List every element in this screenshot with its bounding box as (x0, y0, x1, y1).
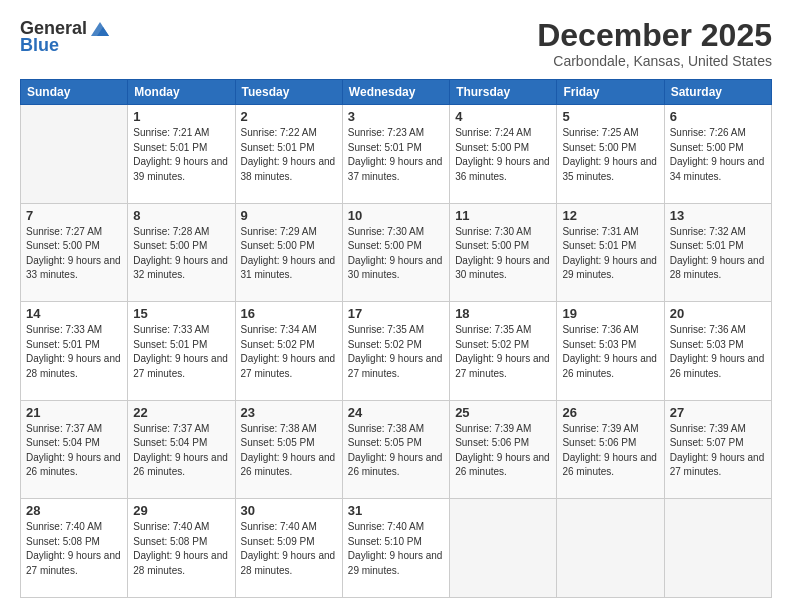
day-number: 22 (133, 405, 229, 420)
day-number: 17 (348, 306, 444, 321)
table-row: 10Sunrise: 7:30 AM Sunset: 5:00 PM Dayli… (342, 203, 449, 302)
day-number: 20 (670, 306, 766, 321)
table-row (21, 105, 128, 204)
day-info: Sunrise: 7:36 AM Sunset: 5:03 PM Dayligh… (670, 323, 766, 381)
day-number: 6 (670, 109, 766, 124)
day-number: 26 (562, 405, 658, 420)
day-info: Sunrise: 7:38 AM Sunset: 5:05 PM Dayligh… (241, 422, 337, 480)
day-number: 3 (348, 109, 444, 124)
table-row: 26Sunrise: 7:39 AM Sunset: 5:06 PM Dayli… (557, 400, 664, 499)
day-number: 8 (133, 208, 229, 223)
day-info: Sunrise: 7:40 AM Sunset: 5:08 PM Dayligh… (26, 520, 122, 578)
day-info: Sunrise: 7:31 AM Sunset: 5:01 PM Dayligh… (562, 225, 658, 283)
table-row: 29Sunrise: 7:40 AM Sunset: 5:08 PM Dayli… (128, 499, 235, 598)
day-number: 23 (241, 405, 337, 420)
table-row: 23Sunrise: 7:38 AM Sunset: 5:05 PM Dayli… (235, 400, 342, 499)
day-number: 4 (455, 109, 551, 124)
day-info: Sunrise: 7:40 AM Sunset: 5:08 PM Dayligh… (133, 520, 229, 578)
calendar-table: Sunday Monday Tuesday Wednesday Thursday… (20, 79, 772, 598)
table-row: 7Sunrise: 7:27 AM Sunset: 5:00 PM Daylig… (21, 203, 128, 302)
table-row: 6Sunrise: 7:26 AM Sunset: 5:00 PM Daylig… (664, 105, 771, 204)
day-number: 15 (133, 306, 229, 321)
day-info: Sunrise: 7:34 AM Sunset: 5:02 PM Dayligh… (241, 323, 337, 381)
logo: General Blue (20, 18, 111, 56)
day-info: Sunrise: 7:24 AM Sunset: 5:00 PM Dayligh… (455, 126, 551, 184)
table-row (664, 499, 771, 598)
day-number: 7 (26, 208, 122, 223)
table-row: 22Sunrise: 7:37 AM Sunset: 5:04 PM Dayli… (128, 400, 235, 499)
table-row: 17Sunrise: 7:35 AM Sunset: 5:02 PM Dayli… (342, 302, 449, 401)
day-info: Sunrise: 7:26 AM Sunset: 5:00 PM Dayligh… (670, 126, 766, 184)
table-row: 28Sunrise: 7:40 AM Sunset: 5:08 PM Dayli… (21, 499, 128, 598)
day-number: 12 (562, 208, 658, 223)
day-number: 30 (241, 503, 337, 518)
day-number: 9 (241, 208, 337, 223)
day-info: Sunrise: 7:29 AM Sunset: 5:00 PM Dayligh… (241, 225, 337, 283)
logo-icon (89, 20, 111, 38)
day-info: Sunrise: 7:22 AM Sunset: 5:01 PM Dayligh… (241, 126, 337, 184)
day-number: 13 (670, 208, 766, 223)
header-thursday: Thursday (450, 80, 557, 105)
header-friday: Friday (557, 80, 664, 105)
day-number: 16 (241, 306, 337, 321)
day-number: 21 (26, 405, 122, 420)
day-number: 2 (241, 109, 337, 124)
day-info: Sunrise: 7:27 AM Sunset: 5:00 PM Dayligh… (26, 225, 122, 283)
day-info: Sunrise: 7:40 AM Sunset: 5:10 PM Dayligh… (348, 520, 444, 578)
table-row (450, 499, 557, 598)
header-sunday: Sunday (21, 80, 128, 105)
day-info: Sunrise: 7:33 AM Sunset: 5:01 PM Dayligh… (133, 323, 229, 381)
table-row: 9Sunrise: 7:29 AM Sunset: 5:00 PM Daylig… (235, 203, 342, 302)
table-row: 24Sunrise: 7:38 AM Sunset: 5:05 PM Dayli… (342, 400, 449, 499)
table-row: 4Sunrise: 7:24 AM Sunset: 5:00 PM Daylig… (450, 105, 557, 204)
day-info: Sunrise: 7:39 AM Sunset: 5:06 PM Dayligh… (455, 422, 551, 480)
day-info: Sunrise: 7:35 AM Sunset: 5:02 PM Dayligh… (348, 323, 444, 381)
day-number: 5 (562, 109, 658, 124)
table-row: 30Sunrise: 7:40 AM Sunset: 5:09 PM Dayli… (235, 499, 342, 598)
day-info: Sunrise: 7:40 AM Sunset: 5:09 PM Dayligh… (241, 520, 337, 578)
table-row: 1Sunrise: 7:21 AM Sunset: 5:01 PM Daylig… (128, 105, 235, 204)
day-info: Sunrise: 7:37 AM Sunset: 5:04 PM Dayligh… (26, 422, 122, 480)
day-info: Sunrise: 7:21 AM Sunset: 5:01 PM Dayligh… (133, 126, 229, 184)
table-row: 19Sunrise: 7:36 AM Sunset: 5:03 PM Dayli… (557, 302, 664, 401)
table-row: 20Sunrise: 7:36 AM Sunset: 5:03 PM Dayli… (664, 302, 771, 401)
header-saturday: Saturday (664, 80, 771, 105)
day-number: 28 (26, 503, 122, 518)
table-row: 18Sunrise: 7:35 AM Sunset: 5:02 PM Dayli… (450, 302, 557, 401)
day-number: 27 (670, 405, 766, 420)
day-info: Sunrise: 7:39 AM Sunset: 5:07 PM Dayligh… (670, 422, 766, 480)
day-number: 25 (455, 405, 551, 420)
header-wednesday: Wednesday (342, 80, 449, 105)
calendar-week-row: 21Sunrise: 7:37 AM Sunset: 5:04 PM Dayli… (21, 400, 772, 499)
day-info: Sunrise: 7:33 AM Sunset: 5:01 PM Dayligh… (26, 323, 122, 381)
logo-blue-text: Blue (20, 35, 59, 56)
day-info: Sunrise: 7:28 AM Sunset: 5:00 PM Dayligh… (133, 225, 229, 283)
day-info: Sunrise: 7:38 AM Sunset: 5:05 PM Dayligh… (348, 422, 444, 480)
header: General Blue December 2025 Carbondale, K… (20, 18, 772, 69)
day-info: Sunrise: 7:25 AM Sunset: 5:00 PM Dayligh… (562, 126, 658, 184)
day-info: Sunrise: 7:30 AM Sunset: 5:00 PM Dayligh… (348, 225, 444, 283)
day-number: 29 (133, 503, 229, 518)
header-tuesday: Tuesday (235, 80, 342, 105)
day-number: 11 (455, 208, 551, 223)
table-row: 13Sunrise: 7:32 AM Sunset: 5:01 PM Dayli… (664, 203, 771, 302)
table-row: 21Sunrise: 7:37 AM Sunset: 5:04 PM Dayli… (21, 400, 128, 499)
header-monday: Monday (128, 80, 235, 105)
table-row: 5Sunrise: 7:25 AM Sunset: 5:00 PM Daylig… (557, 105, 664, 204)
table-row: 27Sunrise: 7:39 AM Sunset: 5:07 PM Dayli… (664, 400, 771, 499)
table-row: 8Sunrise: 7:28 AM Sunset: 5:00 PM Daylig… (128, 203, 235, 302)
month-title: December 2025 (537, 18, 772, 53)
day-info: Sunrise: 7:37 AM Sunset: 5:04 PM Dayligh… (133, 422, 229, 480)
day-number: 18 (455, 306, 551, 321)
day-info: Sunrise: 7:23 AM Sunset: 5:01 PM Dayligh… (348, 126, 444, 184)
table-row: 14Sunrise: 7:33 AM Sunset: 5:01 PM Dayli… (21, 302, 128, 401)
table-row: 11Sunrise: 7:30 AM Sunset: 5:00 PM Dayli… (450, 203, 557, 302)
day-number: 14 (26, 306, 122, 321)
calendar-week-row: 14Sunrise: 7:33 AM Sunset: 5:01 PM Dayli… (21, 302, 772, 401)
table-row (557, 499, 664, 598)
table-row: 16Sunrise: 7:34 AM Sunset: 5:02 PM Dayli… (235, 302, 342, 401)
table-row: 3Sunrise: 7:23 AM Sunset: 5:01 PM Daylig… (342, 105, 449, 204)
table-row: 2Sunrise: 7:22 AM Sunset: 5:01 PM Daylig… (235, 105, 342, 204)
day-number: 24 (348, 405, 444, 420)
table-row: 25Sunrise: 7:39 AM Sunset: 5:06 PM Dayli… (450, 400, 557, 499)
